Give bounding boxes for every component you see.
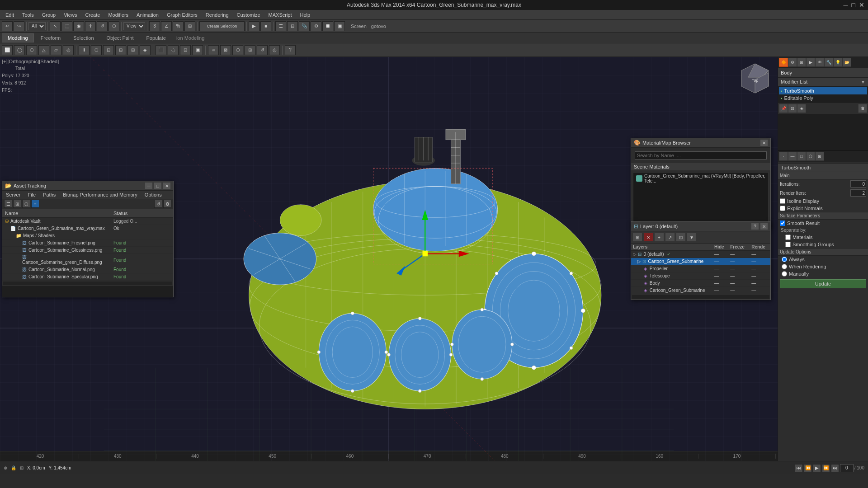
menu-modifiers[interactable]: Modifiers	[104, 11, 132, 19]
play-anim-btn[interactable]: ▶	[813, 464, 821, 472]
asset-tab-btn[interactable]: 📂	[842, 58, 851, 67]
modifier-list-header[interactable]: Modifier List ▼	[778, 78, 868, 86]
tool-ring-btn[interactable]: ◎	[269, 45, 280, 55]
tool-mirror-btn[interactable]: ⊞	[245, 45, 255, 55]
select-object-btn[interactable]: ◉	[73, 21, 84, 31]
modify-tab-btn[interactable]: ⚙	[788, 58, 797, 67]
angle-snap-btn[interactable]: ∠	[161, 21, 172, 31]
viewport-cube[interactable]: Top	[737, 61, 773, 98]
at-menu-file[interactable]: File	[26, 192, 38, 198]
tool-cone-btn[interactable]: △	[38, 45, 49, 55]
render-btn[interactable]: 🔲	[322, 21, 333, 31]
pin-stack-btn[interactable]: 📌	[779, 104, 788, 113]
at-view-thumb-btn[interactable]: ⊞	[13, 200, 21, 208]
table-row[interactable]: 🖼Cartoon_Submarine_Normal.png Found	[2, 266, 173, 273]
smooth-result-checkbox[interactable]	[780, 221, 785, 226]
menu-customize[interactable]: Customize	[233, 11, 264, 19]
material-item[interactable]: Cartoon_Green_Submarine_mat (VRayMtl) [B…	[633, 173, 768, 184]
view-select[interactable]: View	[123, 22, 145, 30]
layer-expand-btn[interactable]: ▼	[687, 233, 697, 242]
asset-tracking-close-btn[interactable]: ✕	[163, 183, 170, 189]
material-browser-close-btn[interactable]: ✕	[760, 140, 768, 146]
layer-current-btn[interactable]: ⊡	[676, 233, 686, 242]
menu-maxscript[interactable]: MAXScript	[265, 11, 296, 19]
sub-obj-elem-btn[interactable]: ⊞	[815, 152, 824, 161]
create-tab-btn[interactable]: 🔶	[779, 58, 788, 67]
titlebar-controls[interactable]: ─ □ ✕	[844, 1, 864, 9]
display-tab-btn[interactable]: 👁	[815, 58, 824, 67]
menu-tools[interactable]: Tools	[19, 11, 38, 19]
undo-btn[interactable]: ↩	[2, 21, 13, 31]
play-btn[interactable]: ▶	[249, 21, 259, 31]
material-search-input[interactable]	[635, 151, 767, 160]
tool-target-weld-btn[interactable]: ◈	[140, 45, 151, 55]
render-iters-input[interactable]: 2	[850, 189, 866, 197]
layer-select-btn[interactable]: ↗	[665, 233, 675, 242]
percent-snap-btn[interactable]: %	[173, 21, 184, 31]
sub-obj-vert-btn[interactable]: ·	[779, 152, 788, 161]
asset-tracking-restore-btn[interactable]: □	[154, 183, 161, 189]
tab-modeling[interactable]: Modeling	[2, 33, 34, 42]
materials-checkbox[interactable]	[785, 235, 791, 240]
table-row[interactable]: ◈ Body — — —	[631, 280, 770, 287]
tool-relax-btn[interactable]: ≋	[208, 45, 219, 55]
layer-delete-btn[interactable]: ✕	[643, 233, 653, 242]
manually-radio[interactable]	[782, 271, 787, 277]
minimize-btn[interactable]: ─	[844, 1, 848, 9]
expand-icon[interactable]: ▷	[633, 252, 637, 257]
tool-box-btn[interactable]: ⬜	[2, 45, 13, 55]
mirror-btn[interactable]: ⊞	[184, 21, 195, 31]
next-frame-btn[interactable]: ⏩	[822, 464, 830, 472]
tool-loop-btn[interactable]: ↺	[257, 45, 268, 55]
tool-paint-btn[interactable]: ⬡	[232, 45, 243, 55]
expand-icon[interactable]: ▷	[637, 259, 641, 264]
menu-views[interactable]: Views	[60, 11, 80, 19]
tool-shell-btn[interactable]: ▣	[192, 45, 203, 55]
render-frame-btn[interactable]: ▣	[334, 21, 345, 31]
at-view-detail-btn[interactable]: ≡	[31, 200, 39, 208]
rotate-btn[interactable]: ↺	[97, 21, 108, 31]
show-end-result-btn[interactable]: ⊡	[788, 104, 797, 113]
asset-tracking-titlebar[interactable]: 📂 Asset Tracking ─ □ ✕	[2, 181, 173, 191]
menu-create[interactable]: Create	[81, 11, 104, 19]
render-setup-btn[interactable]: ⚙	[311, 21, 321, 31]
tool-extrude-btn[interactable]: ⬆	[79, 45, 90, 55]
tool-bevel-btn[interactable]: ⬡	[91, 45, 102, 55]
at-view-list-btn[interactable]: ☰	[4, 200, 12, 208]
explicit-normals-checkbox[interactable]	[780, 206, 785, 211]
table-row[interactable]: ▷ ⊡ Cartoon_Green_Submarine — — —	[631, 258, 770, 265]
table-row[interactable]: ◈ Telescope — — —	[631, 272, 770, 280]
update-button[interactable]: Update	[780, 279, 866, 288]
table-row[interactable]: ◈ Cartoon_Green_Submarine — — —	[631, 287, 770, 294]
menu-group[interactable]: Group	[38, 11, 60, 19]
editpoly-checkbox[interactable]: ▪	[781, 96, 783, 101]
selection-filter[interactable]: All	[28, 22, 46, 30]
tool-bridge-btn[interactable]: ⊟	[115, 45, 126, 55]
tool-torus-btn[interactable]: ◎	[63, 45, 74, 55]
tab-freeform[interactable]: Freeform	[35, 33, 67, 42]
asset-tracking-minimize-btn[interactable]: ─	[145, 183, 152, 189]
remove-modifier-btn[interactable]: 🗑	[858, 104, 867, 113]
tool-turbosmooth-btn[interactable]: ◌	[168, 45, 179, 55]
scale-btn[interactable]: ⬡	[108, 21, 119, 31]
always-radio[interactable]	[782, 257, 787, 262]
at-menu-options[interactable]: Options	[143, 192, 164, 198]
table-row[interactable]: 🖼Cartoon_Submarine_Glossiness.png Found	[2, 247, 173, 254]
tool-plane-btn[interactable]: ▱	[51, 45, 61, 55]
layer-help-btn[interactable]: ?	[751, 223, 759, 230]
sub-obj-border-btn[interactable]: □	[797, 152, 806, 161]
material-browser-titlebar[interactable]: 🎨 Material/Map Browser ✕	[631, 138, 770, 148]
close-btn[interactable]: ✕	[859, 1, 864, 9]
sub-obj-edge-btn[interactable]: —	[788, 152, 797, 161]
select-region-btn[interactable]: ⬚	[61, 21, 72, 31]
layer-add-btn[interactable]: +	[654, 233, 664, 242]
tool-cylinder-btn[interactable]: ⬡	[26, 45, 37, 55]
iterations-input[interactable]: 0	[850, 180, 866, 188]
when-rendering-radio[interactable]	[782, 264, 787, 269]
menu-edit[interactable]: Edit	[2, 11, 18, 19]
motion-tab-btn[interactable]: ▶	[806, 58, 815, 67]
at-menu-paths[interactable]: Paths	[41, 192, 57, 198]
tool-sphere-btn[interactable]: ◯	[14, 45, 25, 55]
make-unique-btn[interactable]: ◈	[797, 104, 806, 113]
sub-obj-poly-btn[interactable]: ⬡	[806, 152, 815, 161]
